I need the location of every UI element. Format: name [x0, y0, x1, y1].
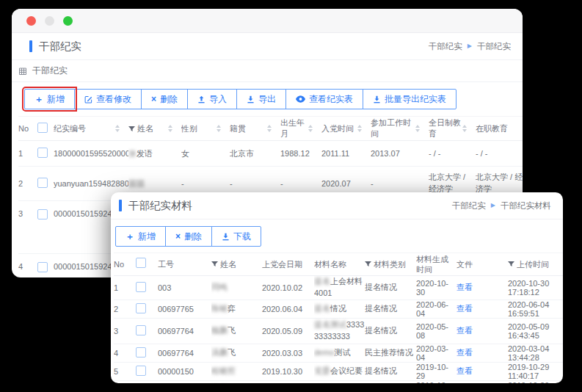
download-button[interactable]: 下载 [211, 226, 261, 247]
filter-funnel-icon[interactable] [211, 261, 218, 267]
view-file-link[interactable]: 查看 [456, 283, 473, 291]
edit-icon [84, 95, 92, 104]
col-file[interactable]: 文件 [456, 253, 508, 276]
title-accent-bar [119, 200, 122, 211]
import-button[interactable]: 导入 [187, 89, 237, 109]
redacted-name: 张 [128, 149, 137, 158]
close-icon: × [151, 95, 156, 104]
front-window: 干部纪实材料 干部纪实 ▶ 干部纪实材料 ＋ 新增 × 删除 下载 [111, 192, 563, 383]
col-work-date[interactable]: 参加工作时间 [371, 117, 415, 139]
batch-export-record-sheet-button[interactable]: 批量导出纪实表 [363, 89, 456, 109]
sort-icon[interactable] [115, 125, 120, 132]
maximize-dot[interactable] [63, 16, 73, 26]
breadcrumb-item-current: 干部纪实 [477, 41, 511, 52]
sort-icon[interactable] [308, 125, 313, 132]
delete-button[interactable]: × 删除 [165, 226, 212, 247]
col-upload-time[interactable]: 上传时间 [508, 259, 563, 269]
col-party-date[interactable]: 入党时间 [321, 123, 354, 134]
breadcrumb-item[interactable]: 干部纪实 [429, 41, 462, 52]
minimize-dot[interactable] [45, 16, 54, 26]
filter-funnel-icon[interactable] [508, 261, 514, 267]
view-file-link[interactable]: 查看 [456, 326, 473, 335]
title-accent-bar [29, 40, 32, 52]
redacted-text: 提名 [314, 277, 330, 286]
table-row: 6 00697764 汤鹏飞 2019.10.30 支部会议纪要 提名情况 20… [114, 380, 563, 383]
delete-button[interactable]: × 删除 [141, 89, 188, 109]
table-row: 1 003 同鸣 2020.10.02 提名上会材料4001 提名情况 2020… [114, 276, 563, 300]
add-button[interactable]: ＋ 新增 [24, 89, 75, 109]
row-checkbox[interactable] [37, 178, 48, 188]
window-titlebar [12, 9, 523, 33]
row-checkbox[interactable] [136, 347, 146, 357]
breadcrumb-item[interactable]: 干部纪实 [452, 200, 486, 211]
col-gender[interactable]: 性别 [181, 123, 197, 134]
view-file-link[interactable]: 查看 [456, 348, 473, 357]
breadcrumb: 干部纪实 ▶ 干部纪实 [429, 41, 511, 52]
sort-icon[interactable] [462, 125, 467, 132]
eye-icon [296, 95, 305, 103]
plus-icon: ＋ [126, 232, 134, 241]
page-title: 干部纪实 [29, 40, 81, 54]
col-record-id[interactable]: 纪实编号 [54, 123, 86, 134]
sort-icon[interactable] [217, 125, 221, 132]
row-checkbox[interactable] [136, 282, 146, 292]
redacted-name: 同鸣 [211, 283, 228, 291]
redacted-text: 党委 [314, 366, 330, 375]
export-button[interactable]: 导出 [236, 89, 286, 109]
table-header-row: No 工号 姓名 上党会日期 材料名称 材料类别 材料生成时间 文件 上传时间 [114, 253, 563, 276]
redacted-name: 圆圆 [128, 179, 145, 188]
view-file-link[interactable]: 查看 [456, 304, 473, 313]
row-checkbox[interactable] [136, 303, 146, 313]
col-birth-date[interactable]: 出生年月 [280, 117, 308, 139]
col-no: No [18, 117, 37, 141]
add-button[interactable]: ＋ 新增 [115, 226, 166, 247]
view-record-sheet-button[interactable]: 查看纪实表 [285, 89, 363, 109]
table-row: 3 00697764 魏鹏飞 2020.05.09 提名测试3333333333… [114, 318, 563, 344]
download-icon [373, 95, 381, 104]
col-meeting-date[interactable]: 上党会日期 [262, 253, 314, 276]
redacted-text: demo [314, 348, 335, 357]
row-checkbox[interactable] [37, 209, 48, 219]
redacted-name: 汤鹏 [211, 348, 228, 357]
view-edit-button[interactable]: 查看修改 [74, 89, 142, 109]
row-checkbox[interactable] [37, 148, 48, 158]
col-material-category[interactable]: 材料类别 [365, 259, 416, 269]
col-job-no[interactable]: 工号 [158, 253, 211, 276]
col-name[interactable]: 姓名 [128, 123, 153, 134]
breadcrumb: 干部纪实 ▶ 干部纪实材料 [452, 200, 551, 211]
row-checkbox[interactable] [136, 366, 146, 376]
sort-icon[interactable] [267, 125, 272, 132]
front-toolbar: ＋ 新增 × 删除 下载 [111, 219, 563, 253]
col-name[interactable]: 姓名 [211, 259, 262, 269]
redacted-name: 陈铭 [211, 304, 228, 313]
sort-icon[interactable] [357, 125, 362, 132]
select-all-checkbox[interactable] [37, 123, 48, 133]
row-checkbox[interactable] [37, 262, 48, 272]
close-dot[interactable] [26, 16, 36, 26]
col-fulltime-edu[interactable]: 全日制教育 [429, 117, 462, 139]
filter-funnel-icon[interactable] [365, 261, 371, 267]
col-generated-time[interactable]: 材料生成时间 [416, 253, 456, 276]
redacted-text: 提名 [314, 304, 330, 313]
table-header-row: No 纪实编号 姓名 性别 籍贯 出生年月 入党时间 参加工作时间 全日制教育 … [18, 117, 523, 141]
sort-icon[interactable] [168, 125, 172, 132]
page-title: 干部纪实材料 [119, 199, 192, 213]
col-material-name[interactable]: 材料名称 [314, 253, 365, 276]
col-onjob-edu[interactable]: 在职教育 [476, 123, 508, 134]
col-no: No [114, 253, 136, 276]
back-toolbar: ＋ 新增 查看修改 × 删除 导入 导出 [12, 82, 523, 116]
select-all-checkbox[interactable] [136, 258, 146, 268]
row-checkbox[interactable] [136, 325, 146, 335]
sort-icon[interactable] [415, 125, 420, 132]
filter-funnel-icon[interactable] [128, 126, 135, 132]
breadcrumb-arrow-icon: ▶ [468, 43, 472, 49]
redacted-name: 程晓哲 [211, 366, 236, 375]
table-row: 4 00697764 汤鹏飞 2020.03.03 demo测试 民主推荐情况 … [114, 344, 563, 362]
col-native-place[interactable]: 籍贯 [230, 123, 246, 134]
section-label: 干部纪实 [32, 65, 68, 77]
breadcrumb-item-current: 干部纪实材料 [501, 200, 551, 211]
table-row: 5 00000150 程晓哲 2019.10.30 党委会议纪要 提名情况 20… [114, 362, 563, 380]
view-file-link[interactable]: 查看 [456, 366, 473, 375]
section-header: 干部纪实 [12, 60, 523, 82]
upload-icon [197, 95, 205, 104]
